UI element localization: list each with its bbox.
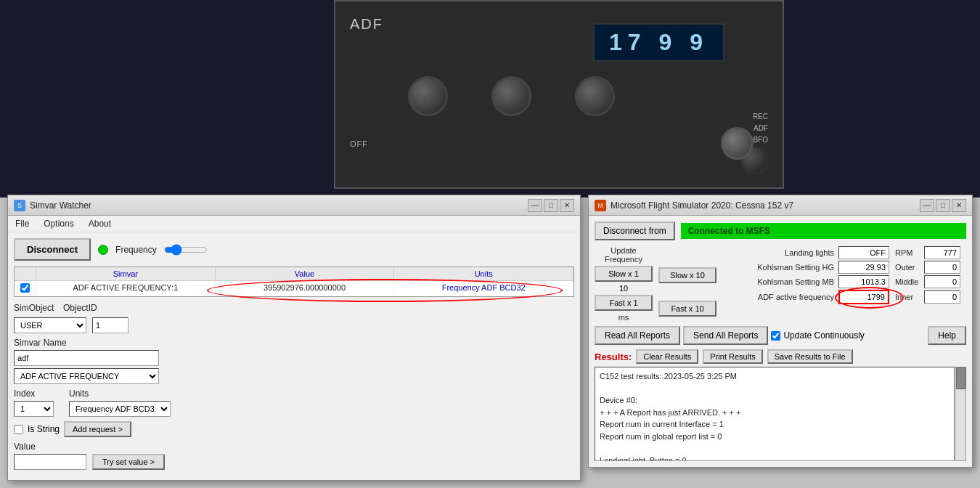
scrollbar-thumb[interactable]	[956, 367, 966, 389]
units-select[interactable]: Frequency ADF BCD32	[69, 401, 171, 417]
msfs-buttons-row: Read All Reports Send All Reports Update…	[595, 326, 966, 345]
simobject-row: SimObject ObjectID	[14, 303, 171, 313]
add-request-button[interactable]: Add request >	[64, 421, 131, 437]
simvar-left-panel: SimObject ObjectID USER Simvar Name ADF …	[14, 303, 171, 474]
landing-lights-value[interactable]	[838, 246, 889, 259]
params-area: Landing lights RPM Kohlsman Setting HG O…	[722, 246, 966, 322]
menu-about[interactable]: About	[86, 217, 114, 230]
read-all-reports-btn[interactable]: Read All Reports	[595, 326, 680, 345]
kohlsman-hg-value[interactable]	[838, 261, 889, 274]
help-btn[interactable]: Help	[928, 326, 966, 345]
simvar-top-row: Disconnect Frequency	[14, 238, 574, 261]
row-checkbox[interactable]	[15, 281, 36, 296]
simvar-name-input[interactable]	[14, 350, 159, 366]
disconnect-button[interactable]: Disconnect	[14, 238, 91, 261]
adf-knob-2[interactable]	[491, 76, 531, 116]
rec-label: REC	[753, 113, 768, 121]
adf-frequency-value[interactable]	[838, 290, 889, 304]
simvar-minimize-btn[interactable]: —	[528, 199, 542, 212]
disconnect-from-button[interactable]: Disconnect from	[595, 221, 675, 240]
simvar-title-left: S Simvar Watcher	[14, 200, 91, 211]
frequency-label: Frequency	[115, 245, 157, 255]
simvar-bottom: SimObject ObjectID USER Simvar Name ADF …	[14, 303, 574, 474]
try-set-button[interactable]: Try set value >	[92, 454, 165, 470]
value-label: Value	[14, 442, 36, 452]
value-input[interactable]	[14, 454, 86, 470]
simobject-select[interactable]: USER	[14, 317, 86, 333]
table-row[interactable]: ADF ACTIVE FREQUENCY:1 395902976.0000000…	[15, 281, 573, 296]
msfs-window-controls: — □ ✕	[920, 199, 966, 212]
table-header: Simvar Value Units	[15, 267, 573, 281]
adf-panel: ADF 17 9 9 REC ADF BFO OFF	[334, 0, 784, 189]
results-box[interactable]: C152 test results: 2023-05-25 3:25 PM De…	[595, 367, 955, 461]
landing-lights-row: Landing lights RPM	[722, 246, 966, 259]
index-select[interactable]: 1	[14, 401, 54, 417]
simvar-window-controls: — □ ✕	[528, 199, 574, 212]
results-scrollbar[interactable]	[955, 367, 966, 461]
msfs-maximize-btn[interactable]: □	[936, 199, 950, 212]
frequency-slider[interactable]	[164, 243, 208, 257]
msfs-middle-area: UpdateFrequency Slow x 1 10 Fast x 1 ms …	[595, 246, 966, 322]
is-string-label: Is String	[28, 424, 60, 434]
is-string-checkbox[interactable]	[14, 425, 23, 434]
middle-value[interactable]	[924, 275, 960, 288]
msfs-window: M Microsoft Flight Simulator 2020: Cessn…	[588, 195, 973, 468]
menu-options[interactable]: Options	[41, 217, 76, 230]
results-label: Results:	[595, 351, 632, 362]
kohlsman-mb-value[interactable]	[838, 275, 889, 288]
msfs-minimize-btn[interactable]: —	[920, 199, 934, 212]
value-section: Value Try set value >	[14, 442, 171, 470]
kohlsman-hg-label: Kohlsman Setting HG	[722, 263, 838, 272]
clear-results-btn[interactable]: Clear Results	[636, 349, 698, 364]
adf-knobs	[408, 76, 615, 116]
index-label: Index	[14, 389, 57, 399]
simvar-close-btn[interactable]: ✕	[560, 199, 574, 212]
results-box-container: C152 test results: 2023-05-25 3:25 PM De…	[595, 367, 966, 461]
adf-knob-3-inner[interactable]	[575, 76, 615, 116]
fast-x1-btn[interactable]: Fast x 1	[595, 295, 653, 311]
objectid-label: ObjectID	[63, 303, 107, 313]
send-all-reports-btn[interactable]: Send All Reports	[683, 326, 768, 345]
connection-indicator	[98, 245, 108, 255]
freq-row: 10	[595, 284, 653, 293]
ms-label: ms	[595, 313, 653, 322]
msfs-title-left: M Microsoft Flight Simulator 2020: Cessn…	[595, 200, 793, 211]
simvar-menu-bar: File Options About	[8, 216, 580, 232]
simvar-content: Disconnect Frequency Simvar Value Units …	[8, 232, 580, 480]
msfs-top-row: Disconnect from Connected to MSFS	[595, 221, 966, 240]
msfs-close-btn[interactable]: ✕	[952, 199, 966, 212]
inner-value[interactable]	[924, 290, 960, 304]
adf-knob-1[interactable]	[408, 76, 448, 116]
slow-x1-btn[interactable]: Slow x 1	[595, 266, 653, 282]
update-continuously-checkbox[interactable]	[771, 331, 780, 341]
rpm-value[interactable]	[924, 246, 960, 259]
off-label: OFF	[350, 139, 368, 174]
speed-controls-right: Slow x 10 Fast x 10	[658, 246, 716, 322]
col-value: Value	[216, 267, 395, 280]
simvar-name-dropdown[interactable]: ADF ACTIVE FREQUENCY	[14, 368, 159, 384]
update-continuously-row: Update Continuously	[771, 330, 864, 341]
slow-x10-btn[interactable]: Slow x 10	[658, 267, 716, 283]
adf-frequency-row: ADF active frequency Inner	[722, 290, 966, 304]
adf-frequency-label: ADF active frequency	[722, 293, 838, 301]
rpm-label: RPM	[895, 248, 924, 257]
landing-lights-label: Landing lights	[722, 248, 838, 257]
simvar-watcher-window: S Simvar Watcher — □ ✕ File Options Abou…	[7, 195, 581, 481]
index-col: Index 1	[14, 389, 57, 417]
objectid-input[interactable]	[92, 317, 128, 333]
menu-file[interactable]: File	[12, 217, 32, 230]
fast-x10-btn[interactable]: Fast x 10	[658, 301, 716, 317]
col-simvar: Simvar	[36, 267, 216, 280]
msfs-titlebar: M Microsoft Flight Simulator 2020: Cessn…	[589, 195, 972, 216]
update-continuously-label: Update Continuously	[783, 330, 864, 341]
simvar-name-label: Simvar Name	[14, 338, 67, 348]
adf-display: 17 9 9	[593, 23, 724, 62]
outer-value[interactable]	[924, 261, 960, 274]
adf-knob-right[interactable]	[721, 127, 754, 160]
save-results-btn[interactable]: Save Results to File	[767, 349, 853, 364]
print-results-btn[interactable]: Print Results	[703, 349, 762, 364]
results-header: Results: Clear Results Print Results Sav…	[595, 349, 966, 364]
simvar-maximize-btn[interactable]: □	[544, 199, 558, 212]
speed-controls-left: UpdateFrequency Slow x 1 10 Fast x 1 ms	[595, 246, 653, 322]
units-label: Units	[69, 389, 171, 399]
